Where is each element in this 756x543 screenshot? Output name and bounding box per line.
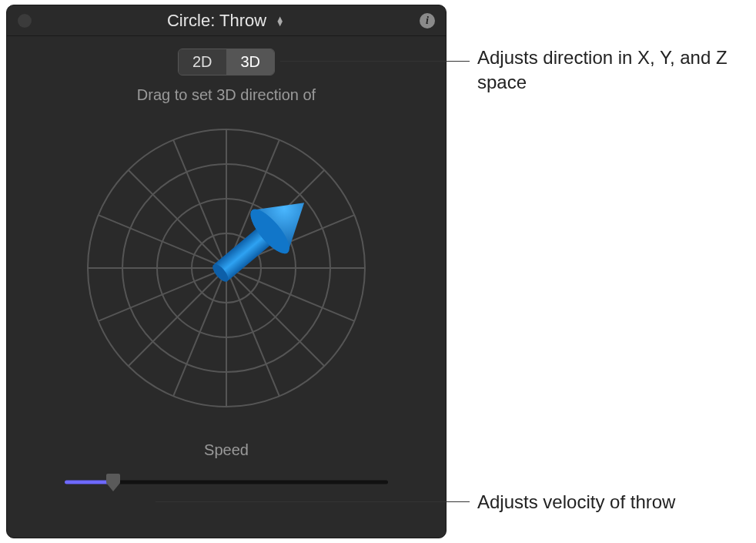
wheel-grid-icon: [84, 126, 369, 411]
callout-line-top: [280, 61, 470, 62]
direction-wheel[interactable]: [84, 126, 369, 411]
dimension-toggle: 2D 3D: [178, 49, 275, 75]
info-icon[interactable]: i: [420, 13, 435, 28]
instruction-label: Drag to set 3D direction of: [137, 86, 316, 104]
callout-bottom: Adjusts velocity of throw: [477, 490, 747, 515]
panel-title: Circle: Throw: [167, 11, 266, 31]
speed-label: Speed: [204, 441, 249, 459]
panel-body: 2D 3D Drag to set 3D direction of: [7, 36, 446, 538]
chevron-updown-icon: ▲▼: [274, 15, 286, 27]
hud-panel: Circle: Throw ▲▼ i 2D 3D Drag to set 3D …: [6, 5, 447, 538]
toggle-2d-button[interactable]: 2D: [179, 49, 226, 75]
status-dot-icon: [18, 14, 32, 28]
title-dropdown[interactable]: Circle: Throw ▲▼: [167, 11, 286, 31]
callout-line-bottom: [156, 501, 470, 502]
callout-top: Adjusts direction in X, Y, and Z space: [477, 45, 739, 96]
toggle-3d-button[interactable]: 3D: [226, 49, 275, 75]
speed-slider[interactable]: [65, 473, 388, 491]
panel-header: Circle: Throw ▲▼ i: [7, 5, 446, 36]
